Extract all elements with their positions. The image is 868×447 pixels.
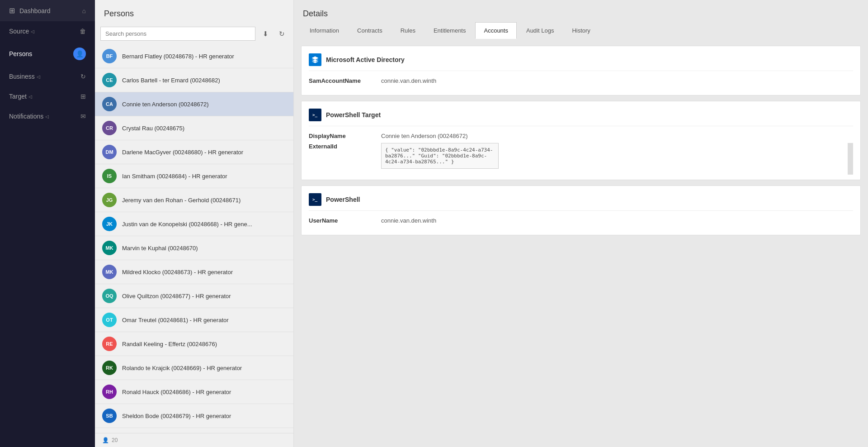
account-card-title: Microsoft Active Directory xyxy=(326,56,405,63)
avatar: MK xyxy=(102,265,117,279)
avatar: OT xyxy=(102,313,117,327)
download-icon[interactable]: ⬇ xyxy=(259,28,272,40)
ad-logo xyxy=(309,53,321,66)
person-name: Olive Quiltzon (00248677) - HR generator xyxy=(122,293,231,300)
tab-audit-logs[interactable]: Audit Logs xyxy=(518,22,562,38)
chevron-left-icon: ◁ xyxy=(45,114,49,119)
account-card-header: >_ PowerShell xyxy=(309,193,853,211)
powershell-logo: >_ xyxy=(309,193,321,206)
sidebar-item-label: Business xyxy=(9,73,35,80)
sidebar-item-target[interactable]: Target ◁ ⊞ xyxy=(0,86,95,106)
persons-search-bar: ⬇ ↻ xyxy=(95,23,293,44)
sidebar-item-notifications[interactable]: Notifications ◁ ✉ xyxy=(0,106,95,126)
avatar: RH xyxy=(102,385,117,399)
avatar: BF xyxy=(102,49,117,63)
person-name: Connie ten Anderson (00248672) xyxy=(122,101,209,108)
list-item[interactable]: SB Sheldon Bode (00248679) - HR generato… xyxy=(95,404,293,428)
avatar: RE xyxy=(102,337,117,351)
scrollbar[interactable] xyxy=(848,143,853,175)
chevron-left-icon: ◁ xyxy=(31,29,34,34)
powershell-logo: >_ xyxy=(309,109,321,121)
list-item[interactable]: RK Rolando te Krajcik (00248669) - HR ge… xyxy=(95,356,293,380)
person-name: Crystal Rau (00248675) xyxy=(122,125,184,132)
field-value: Connie ten Anderson (00248672) xyxy=(381,133,468,139)
persons-count: 20 xyxy=(112,437,118,443)
list-item[interactable]: IS Ian Smitham (00248684) - HR generator xyxy=(95,164,293,188)
list-item[interactable]: RH Ronald Hauck (00248686) - HR generato… xyxy=(95,380,293,404)
list-item[interactable]: CR Crystal Rau (00248675) xyxy=(95,116,293,140)
list-item[interactable]: RE Randall Keeling - Effertz (00248676) xyxy=(95,332,293,356)
person-name: Mildred Klocko (00248673) - HR generator xyxy=(122,269,233,276)
list-item[interactable]: DM Darlene MacGyver (00248680) - HR gene… xyxy=(95,140,293,164)
tab-accounts[interactable]: Accounts xyxy=(475,22,516,39)
account-field: DisplayName Connie ten Anderson (0024867… xyxy=(309,133,853,139)
sidebar: ⊞ Dashboard ⌂ Source ◁ 🗑 Persons 👤 Busin… xyxy=(0,0,95,447)
avatar: IS xyxy=(102,169,117,183)
persons-footer: 👤 20 xyxy=(95,433,293,447)
person-name: Ian Smitham (00248684) - HR generator xyxy=(122,173,227,180)
account-field: SamAccountName connie.van.den.winth xyxy=(309,77,853,84)
search-input[interactable] xyxy=(100,27,255,41)
avatar: CE xyxy=(102,73,117,87)
main-content: Persons ⬇ ↻ BF Bernard Flatley (00248678… xyxy=(95,0,868,447)
svg-text:>_: >_ xyxy=(312,197,318,202)
list-item[interactable]: MK Marvin te Kuphal (00248670) xyxy=(95,236,293,260)
person-name: Justin van de Konopelski (00248668) - HR… xyxy=(122,221,252,228)
person-name: Darlene MacGyver (00248680) - HR generat… xyxy=(122,149,243,156)
avatar: JK xyxy=(102,217,117,231)
sidebar-item-persons[interactable]: Persons 👤 xyxy=(0,41,95,67)
details-panel: Details InformationContractsRulesEntitle… xyxy=(294,0,868,447)
account-card-ps: >_ PowerShell UserName connie.van.den.wi… xyxy=(301,185,861,235)
tab-rules[interactable]: Rules xyxy=(392,22,424,38)
sidebar-item-label: Source xyxy=(9,28,29,35)
account-card-header: >_ PowerShell Target xyxy=(309,109,853,126)
tab-history[interactable]: History xyxy=(563,22,599,38)
sidebar-item-label: Persons xyxy=(9,50,32,57)
persons-panel: Persons ⬇ ↻ BF Bernard Flatley (00248678… xyxy=(95,0,294,447)
field-label: UserName xyxy=(309,217,381,224)
account-card-ps-target: >_ PowerShell Target DisplayName Connie … xyxy=(301,101,861,180)
sidebar-item-source[interactable]: Source ◁ 🗑 xyxy=(0,21,95,41)
sidebar-item-label: Dashboard xyxy=(19,7,51,14)
account-field: ExternalId { "value": "02bbbd1e-8a9c-4c2… xyxy=(309,143,853,169)
list-item[interactable]: JK Justin van de Konopelski (00248668) -… xyxy=(95,212,293,236)
tab-contracts[interactable]: Contracts xyxy=(349,22,391,38)
tab-information[interactable]: Information xyxy=(301,22,348,38)
sidebar-item-business[interactable]: Business ◁ ↻ xyxy=(0,67,95,86)
list-item[interactable]: OT Omar Treutel (00248681) - HR generato… xyxy=(95,308,293,332)
list-item[interactable]: CE Carlos Bartell - ter Emard (00248682) xyxy=(95,68,293,92)
person-name: Rolando te Krajcik (00248669) - HR gener… xyxy=(122,365,242,371)
external-id-scroll[interactable]: { "value": "02bbbd1e-8a9c-4c24-a734-ba28… xyxy=(385,147,495,165)
account-field: UserName connie.van.den.winth xyxy=(309,217,853,224)
home-icon: ⌂ xyxy=(82,7,86,14)
account-card-title: PowerShell Target xyxy=(326,111,381,119)
persons-badge-icon: 👤 xyxy=(76,50,84,57)
dashboard-icon: ⊞ xyxy=(9,6,15,15)
external-id-box[interactable]: { "value": "02bbbd1e-8a9c-4c24-a734-ba28… xyxy=(381,143,499,169)
list-item[interactable]: CA Connie ten Anderson (00248672) xyxy=(95,92,293,116)
avatar: CA xyxy=(102,97,117,111)
sidebar-item-dashboard[interactable]: ⊞ Dashboard ⌂ xyxy=(0,0,95,21)
field-label: DisplayName xyxy=(309,133,381,139)
person-count-icon: 👤 xyxy=(102,437,109,443)
refresh-icon[interactable]: ↻ xyxy=(275,28,288,40)
list-item[interactable]: JG Jeremy van den Rohan - Gerhold (00248… xyxy=(95,188,293,212)
persons-list: BF Bernard Flatley (00248678) - HR gener… xyxy=(95,44,293,433)
delete-icon: 🗑 xyxy=(80,28,86,35)
grid-icon: ⊞ xyxy=(80,93,86,100)
field-label: SamAccountName xyxy=(309,77,381,84)
list-item[interactable]: BF Bernard Flatley (00248678) - HR gener… xyxy=(95,44,293,68)
person-name: Marvin te Kuphal (00248670) xyxy=(122,245,198,252)
avatar: MK xyxy=(102,241,117,255)
avatar: CR xyxy=(102,121,117,135)
tab-entitlements[interactable]: Entitlements xyxy=(425,22,475,38)
field-value: { "value": "02bbbd1e-8a9c-4c24-a734-ba28… xyxy=(385,147,493,165)
avatar: RK xyxy=(102,361,117,375)
email-icon: ✉ xyxy=(80,113,86,120)
list-item[interactable]: OQ Olive Quiltzon (00248677) - HR genera… xyxy=(95,284,293,308)
list-item[interactable]: MK Mildred Klocko (00248673) - HR genera… xyxy=(95,260,293,284)
sidebar-item-label: Notifications xyxy=(9,113,43,120)
person-name: Omar Treutel (00248681) - HR generator xyxy=(122,317,229,323)
person-name: Jeremy van den Rohan - Gerhold (00248671… xyxy=(122,197,241,204)
account-card-ad: Microsoft Active Directory SamAccountNam… xyxy=(301,46,861,95)
